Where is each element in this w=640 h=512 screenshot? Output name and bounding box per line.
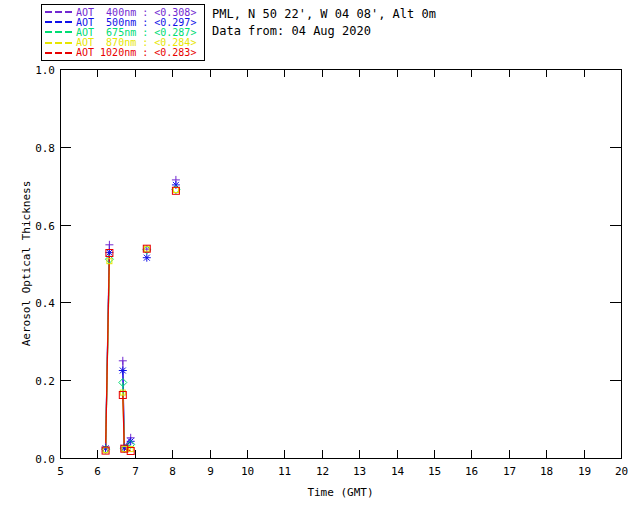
marker-asterisk-aot-500nm bbox=[127, 437, 135, 445]
x-tick-label: 5 bbox=[57, 465, 64, 478]
x-tick-label: 11 bbox=[278, 465, 291, 478]
marker-plus-aot-400nm bbox=[119, 357, 127, 365]
x-tick-label: 20 bbox=[615, 465, 628, 478]
marker-asterisk-aot-500nm bbox=[143, 254, 151, 262]
aot-chart: 5678910111213141516171819200.00.20.40.60… bbox=[0, 0, 640, 512]
y-tick-label: 0.6 bbox=[35, 220, 55, 233]
x-tick-label: 13 bbox=[353, 465, 366, 478]
x-tick-label: 15 bbox=[428, 465, 441, 478]
x-tick-label: 9 bbox=[207, 465, 214, 478]
x-tick-label: 7 bbox=[132, 465, 139, 478]
x-tick-label: 8 bbox=[169, 465, 176, 478]
y-tick-label: 0.2 bbox=[35, 375, 55, 388]
y-tick-label: 1.0 bbox=[35, 64, 55, 77]
y-tick-label: 0.0 bbox=[35, 453, 55, 466]
x-tick-label: 17 bbox=[503, 465, 516, 478]
screenshot-root: AOT 400nm : <0.308> AOT 500nm : <0.297> … bbox=[0, 0, 640, 512]
x-tick-label: 19 bbox=[578, 465, 591, 478]
x-tick-label: 14 bbox=[391, 465, 405, 478]
x-axis-title: Time (GMT) bbox=[307, 486, 373, 499]
series-line-aot-1020nm bbox=[106, 253, 110, 451]
y-axis-title: Aerosol Optical Thickness bbox=[20, 181, 33, 347]
marker-plus-aot-400nm bbox=[105, 241, 113, 249]
y-tick-label: 0.4 bbox=[35, 297, 55, 310]
plot-frame bbox=[60, 69, 621, 458]
x-tick-label: 16 bbox=[465, 465, 478, 478]
marker-asterisk-aot-500nm bbox=[119, 367, 127, 375]
x-tick-label: 10 bbox=[241, 465, 254, 478]
x-tick-label: 12 bbox=[316, 465, 329, 478]
x-tick-label: 18 bbox=[540, 465, 553, 478]
x-tick-label: 6 bbox=[94, 465, 101, 478]
y-tick-label: 0.8 bbox=[35, 142, 55, 155]
